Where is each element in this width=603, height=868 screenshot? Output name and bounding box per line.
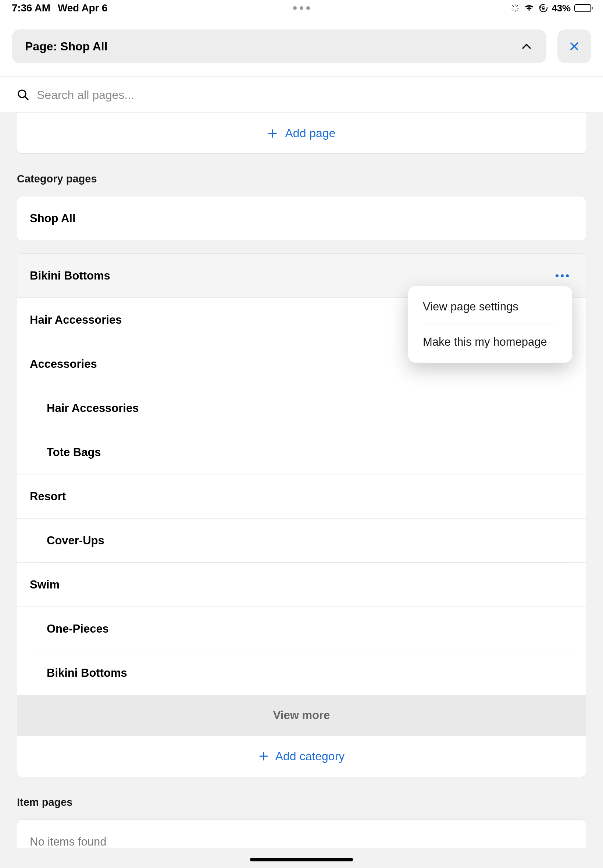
page-selector-title: Page: Shop All xyxy=(25,40,108,53)
chevron-up-icon xyxy=(520,40,533,53)
sync-icon xyxy=(511,4,520,12)
category-row-resort[interactable]: Resort xyxy=(17,475,586,518)
multitask-dots xyxy=(293,6,310,10)
category-label: One-Pieces xyxy=(47,622,109,636)
category-label: Accessories xyxy=(30,357,97,371)
rotation-lock-icon xyxy=(539,3,548,13)
items-empty-label: No items found xyxy=(30,835,107,848)
category-card-shop-all: Shop All xyxy=(17,196,586,241)
add-page-label: Add page xyxy=(285,127,336,140)
category-row-coverups[interactable]: Cover-Ups xyxy=(17,518,586,563)
items-card: No items found xyxy=(17,820,586,848)
search-input[interactable] xyxy=(37,88,586,102)
svg-line-3 xyxy=(516,9,518,11)
category-label: Bikini Bottoms xyxy=(47,667,127,680)
status-bar: 7:36 AM Wed Apr 6 43% xyxy=(0,0,603,16)
category-label: Tote Bags xyxy=(47,446,101,459)
category-row-shop-all[interactable]: Shop All xyxy=(17,196,586,241)
status-date: Wed Apr 6 xyxy=(58,2,107,14)
view-more-button[interactable]: View more xyxy=(17,695,586,736)
svg-line-11 xyxy=(25,97,28,100)
category-label: Hair Accessories xyxy=(30,313,122,326)
category-row-bikini-bottoms-sub[interactable]: Bikini Bottoms xyxy=(17,651,586,695)
status-time: 7:36 AM xyxy=(12,2,50,14)
add-category-label: Add category xyxy=(275,750,345,763)
more-icon[interactable] xyxy=(551,270,573,282)
category-row-one-pieces[interactable]: One-Pieces xyxy=(17,607,586,651)
category-row-tote-bags[interactable]: Tote Bags xyxy=(17,430,586,475)
svg-line-6 xyxy=(512,9,513,11)
plus-icon xyxy=(267,128,278,139)
category-label: Swim xyxy=(30,578,60,591)
view-more-label: View more xyxy=(273,709,330,722)
battery-icon xyxy=(574,4,591,12)
page-header: Page: Shop All xyxy=(0,16,603,76)
category-label: Resort xyxy=(30,490,66,503)
category-row-swim[interactable]: Swim xyxy=(17,563,586,607)
category-label: Cover-Ups xyxy=(47,534,104,547)
menu-item-label: View page settings xyxy=(423,300,518,313)
battery-percent: 43% xyxy=(552,3,571,14)
menu-item-make-homepage[interactable]: Make this my homepage xyxy=(408,324,572,360)
search-bar[interactable] xyxy=(0,77,603,113)
svg-line-7 xyxy=(516,6,518,7)
plus-icon xyxy=(258,751,269,761)
context-menu: View page settings Make this my homepage xyxy=(408,286,572,363)
add-category-button[interactable]: Add category xyxy=(17,736,586,777)
close-icon xyxy=(568,40,581,53)
menu-item-view-settings[interactable]: View page settings xyxy=(408,289,572,324)
page-selector[interactable]: Page: Shop All xyxy=(12,29,546,63)
menu-item-label: Make this my homepage xyxy=(423,336,547,348)
page-body: Add page Category pages Shop All Bikini … xyxy=(0,113,603,868)
section-heading-category: Category pages xyxy=(0,154,603,196)
add-page-button[interactable]: Add page xyxy=(17,113,586,154)
close-button[interactable] xyxy=(557,29,591,63)
search-icon xyxy=(17,89,29,101)
items-empty-row: No items found xyxy=(17,820,586,848)
home-indicator[interactable] xyxy=(250,858,353,861)
svg-rect-9 xyxy=(542,8,544,9)
wifi-icon xyxy=(523,4,535,12)
category-label: Bikini Bottoms xyxy=(30,269,110,282)
svg-line-2 xyxy=(512,6,513,7)
section-heading-items: Item pages xyxy=(0,777,603,820)
category-row-hair-accessories-sub[interactable]: Hair Accessories xyxy=(17,386,586,430)
category-label: Hair Accessories xyxy=(47,402,139,415)
category-label: Shop All xyxy=(30,212,76,225)
